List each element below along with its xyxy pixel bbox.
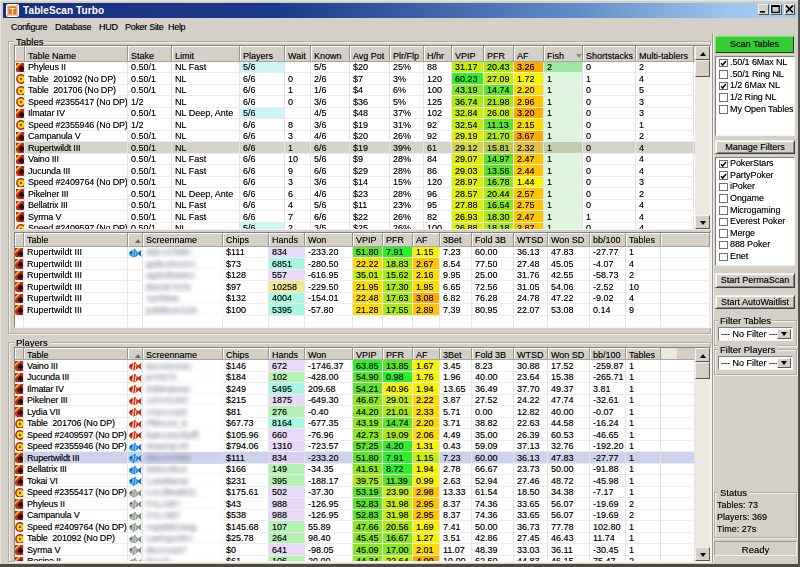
svg-text:T: T	[10, 6, 16, 16]
